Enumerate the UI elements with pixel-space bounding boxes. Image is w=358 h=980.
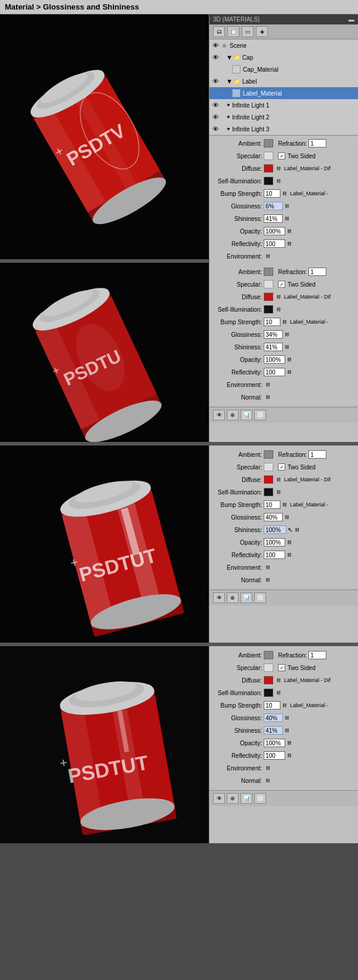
normal-icon-2[interactable]: ⛓ bbox=[264, 393, 272, 401]
layer-row-cap[interactable]: 👁 ▼ 📁 Cap bbox=[209, 51, 358, 63]
glossiness-field-2[interactable]: 34% bbox=[264, 330, 283, 339]
shininess-icon-4[interactable]: ⛓ bbox=[283, 726, 291, 735]
eye-icon-cap[interactable]: 👁 bbox=[212, 54, 219, 61]
opacity-field-4[interactable]: 100% bbox=[264, 739, 285, 747]
glossiness-field[interactable]: 6% bbox=[264, 202, 283, 210]
self-illum-swatch-2[interactable] bbox=[264, 305, 273, 314]
glossiness-icon-2[interactable]: ⛓ bbox=[283, 330, 291, 339]
layer-row-scene[interactable]: 👁 ◉ Scene bbox=[209, 39, 358, 51]
bump-field[interactable]: 10 bbox=[264, 189, 280, 198]
bump-field-3[interactable]: 10 bbox=[264, 500, 280, 509]
layer-row-light3[interactable]: 👁 ✦ Infinite Light 3 bbox=[209, 123, 358, 135]
self-illum-icon-2[interactable]: ⛓ bbox=[274, 305, 283, 314]
toolbar-icon-1[interactable]: 🗂 bbox=[213, 26, 225, 37]
shininess-icon[interactable]: ⛓ bbox=[283, 214, 291, 223]
bottom-icon-3-3[interactable]: 📊 bbox=[240, 592, 252, 603]
opacity-icon-3[interactable]: ⛓ bbox=[285, 538, 294, 546]
opacity-field-3[interactable]: 100% bbox=[264, 538, 285, 546]
self-illum-swatch-4[interactable] bbox=[264, 689, 273, 697]
eye-icon-light3[interactable]: 👁 bbox=[212, 125, 219, 133]
opacity-field[interactable]: 100% bbox=[264, 227, 285, 235]
self-illum-icon-3[interactable]: ⛓ bbox=[274, 488, 283, 496]
shininess-field[interactable]: 41% bbox=[264, 214, 283, 223]
reflectivity-field-2[interactable]: 100 bbox=[264, 368, 285, 376]
normal-icon-3[interactable]: ⛓ bbox=[264, 576, 272, 584]
two-sided-checkbox[interactable]: ✓ bbox=[278, 152, 285, 159]
ambient-swatch[interactable] bbox=[264, 139, 273, 148]
self-illum-swatch-3[interactable] bbox=[264, 488, 273, 496]
shininess-icon-3[interactable]: ⛓ bbox=[293, 526, 301, 534]
environment-icon-2[interactable]: ⛓ bbox=[264, 380, 272, 389]
bump-icon-4[interactable]: ⛓ bbox=[280, 701, 289, 709]
toolbar-icon-2[interactable]: 📋 bbox=[227, 26, 239, 37]
self-illum-swatch[interactable] bbox=[264, 177, 273, 185]
two-sided-checkbox-4[interactable]: ✓ bbox=[278, 664, 285, 671]
reflectivity-field-3[interactable]: 100 bbox=[264, 551, 285, 559]
bump-icon[interactable]: ⛓ bbox=[280, 189, 289, 198]
opacity-field-2[interactable]: 100% bbox=[264, 355, 285, 364]
environment-icon-4[interactable]: ⛓ bbox=[264, 764, 272, 772]
diffuse-link-icon-3[interactable]: ⛓ bbox=[274, 475, 283, 484]
two-sided-checkbox-2[interactable]: ✓ bbox=[278, 281, 285, 288]
reflectivity-icon-2[interactable]: ⛓ bbox=[285, 368, 294, 376]
layer-row-label[interactable]: 👁 ▼ 📁 Label bbox=[209, 75, 358, 87]
bump-icon-3[interactable]: ⛓ bbox=[280, 500, 289, 509]
diffuse-swatch-2[interactable] bbox=[264, 293, 273, 301]
eye-icon-scene[interactable]: 👁 bbox=[212, 42, 219, 49]
glossiness-icon-4[interactable]: ⛓ bbox=[283, 714, 291, 722]
bottom-icon-4-4[interactable]: ⬜ bbox=[254, 793, 266, 804]
layer-row-light2[interactable]: 👁 ✦ Infinite Light 2 bbox=[209, 111, 358, 123]
specular-swatch-2[interactable] bbox=[264, 280, 273, 288]
two-sided-checkbox-3[interactable]: ✓ bbox=[278, 463, 285, 471]
expand-label[interactable]: ▼ bbox=[226, 78, 233, 85]
eye-icon-light1[interactable]: 👁 bbox=[212, 102, 219, 109]
diffuse-swatch-4[interactable] bbox=[264, 676, 273, 684]
layer-row-cap-material[interactable]: Cap_Material bbox=[209, 63, 358, 75]
diffuse-swatch-3[interactable] bbox=[264, 475, 273, 484]
opacity-icon[interactable]: ⛓ bbox=[285, 227, 294, 235]
bottom-icon-4-3[interactable]: 📊 bbox=[240, 793, 252, 804]
bottom-icon-2-3[interactable]: 📊 bbox=[240, 410, 252, 420]
opacity-icon-4[interactable]: ⛓ bbox=[285, 739, 294, 747]
panel-collapse-icon[interactable]: ▬ bbox=[348, 16, 354, 23]
specular-swatch-4[interactable] bbox=[264, 663, 273, 672]
bottom-icon-3-4[interactable]: ⬜ bbox=[254, 592, 266, 603]
bump-icon-2[interactable]: ⛓ bbox=[280, 318, 289, 326]
bottom-icon-3-1[interactable]: 👁 bbox=[213, 592, 225, 603]
diffuse-swatch[interactable] bbox=[264, 164, 273, 173]
shininess-field-2[interactable]: 41% bbox=[264, 343, 283, 351]
bump-field-2[interactable]: 10 bbox=[264, 318, 280, 326]
diffuse-link-icon[interactable]: ⛓ bbox=[274, 164, 283, 173]
diffuse-link-icon-2[interactable]: ⛓ bbox=[274, 293, 283, 301]
opacity-icon-2[interactable]: ⛓ bbox=[285, 355, 294, 364]
specular-swatch[interactable] bbox=[264, 152, 273, 160]
toolbar-icon-4[interactable]: ◈ bbox=[256, 26, 268, 37]
shininess-field-4[interactable]: 41% bbox=[264, 726, 283, 735]
refraction-field[interactable]: 1 bbox=[308, 139, 326, 148]
refraction-field-3[interactable]: 1 bbox=[308, 450, 326, 459]
refraction-field-2[interactable]: 1 bbox=[308, 268, 326, 276]
environment-icon-3[interactable]: ⛓ bbox=[264, 563, 272, 572]
normal-icon-4[interactable]: ⛓ bbox=[264, 776, 272, 785]
expand-cap[interactable]: ▼ bbox=[226, 54, 233, 61]
specular-swatch-3[interactable] bbox=[264, 463, 273, 471]
bottom-icon-3-2[interactable]: ⊕ bbox=[227, 592, 239, 603]
glossiness-icon[interactable]: ⛓ bbox=[283, 202, 291, 210]
bottom-icon-4-1[interactable]: 👁 bbox=[213, 793, 225, 804]
shininess-icon-2[interactable]: ⛓ bbox=[283, 343, 291, 351]
glossiness-field-3[interactable]: 40% bbox=[264, 513, 283, 521]
bottom-icon-2-1[interactable]: 👁 bbox=[213, 410, 225, 420]
bump-field-4[interactable]: 10 bbox=[264, 701, 280, 709]
eye-icon-light2[interactable]: 👁 bbox=[212, 113, 219, 121]
self-illum-icon-4[interactable]: ⛓ bbox=[274, 689, 283, 697]
reflectivity-icon-4[interactable]: ⛓ bbox=[285, 751, 294, 760]
toolbar-icon-3[interactable]: ▭ bbox=[242, 26, 254, 37]
self-illum-icon[interactable]: ⛓ bbox=[274, 177, 283, 185]
layer-row-label-material[interactable]: Label_Material bbox=[209, 87, 358, 99]
glossiness-field-4[interactable]: 40% bbox=[264, 714, 283, 722]
layer-row-light1[interactable]: 👁 ✦ Infinite Light 1 bbox=[209, 99, 358, 111]
diffuse-link-icon-4[interactable]: ⛓ bbox=[274, 676, 283, 684]
bottom-icon-2-2[interactable]: ⊕ bbox=[227, 410, 239, 420]
glossiness-icon-3[interactable]: ⛓ bbox=[283, 513, 291, 521]
bottom-icon-2-4[interactable]: ⬜ bbox=[254, 410, 266, 420]
